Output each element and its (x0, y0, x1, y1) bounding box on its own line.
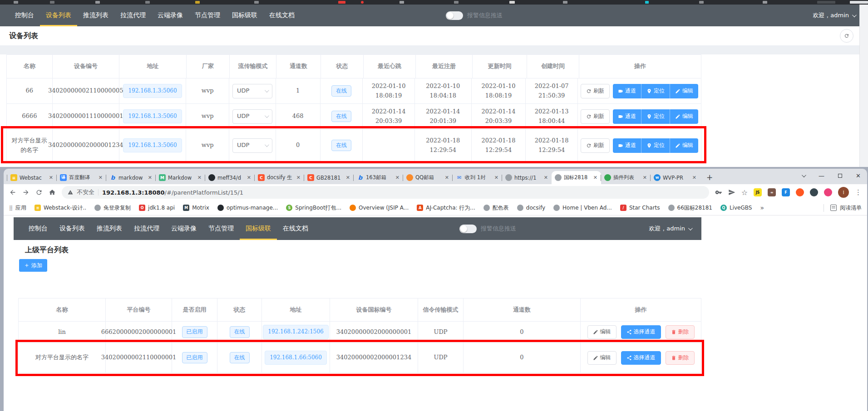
bookmark-aj-captcha[interactable]: AAJ-Captcha: 行为... (417, 204, 475, 212)
refresh-page-button[interactable] (840, 29, 853, 43)
tab-close-icon[interactable]: ✕ (345, 175, 350, 181)
delete-button[interactable]: 删除 (666, 325, 695, 339)
browser-menu-icon[interactable]: ⋮ (855, 188, 862, 196)
minimize-button[interactable]: — (819, 172, 824, 179)
nav-item-gb-cascade[interactable]: 国标级联 (226, 5, 263, 26)
extension-icon[interactable]: F (782, 188, 790, 196)
stream-mode-select[interactable]: UDP (232, 109, 272, 124)
alarm-push-toggle[interactable] (459, 225, 477, 233)
refresh-button[interactable]: 刷新 (581, 138, 610, 153)
bookmarks-overflow-chevron[interactable]: » (760, 204, 764, 211)
extension-js-icon[interactable]: JS (754, 188, 762, 196)
nav-item-console[interactable]: 控制台 (23, 217, 54, 240)
channel-button[interactable]: 通道 (613, 84, 641, 98)
edit-button[interactable]: 编辑 (670, 109, 698, 124)
select-channel-button[interactable]: 选择通道 (621, 325, 661, 339)
locate-button[interactable]: 定位 (641, 84, 670, 98)
tab-https[interactable]: https://1✕ (502, 171, 552, 184)
nav-item-cloud-record[interactable]: 云端录像 (152, 5, 189, 26)
tab-gb28181[interactable]: CGB28181✕ (304, 171, 354, 184)
tab-close-icon[interactable]: ✕ (197, 175, 202, 181)
nav-item-device-list[interactable]: 设备列表 (54, 217, 91, 240)
refresh-button[interactable]: 刷新 (581, 109, 610, 124)
nav-item-online-docs[interactable]: 在线文档 (263, 5, 301, 26)
edit-button[interactable]: 编辑 (587, 325, 616, 339)
delete-button[interactable]: 删除 (666, 351, 695, 365)
nav-item-cloud-record[interactable]: 云端录像 (165, 217, 202, 240)
bookmark-gb28181[interactable]: 66国标28181 (668, 204, 712, 212)
stream-mode-select[interactable]: UDP (232, 138, 272, 153)
address-link[interactable]: 192.168.1.242:1506 (263, 325, 328, 339)
tab-search-chevron-icon[interactable] (802, 173, 806, 177)
user-menu[interactable]: 欢迎，admin (649, 225, 691, 233)
tab-close-icon[interactable]: ✕ (444, 175, 449, 181)
edit-button[interactable]: 编辑 (587, 351, 616, 365)
nav-item-console[interactable]: 控制台 (9, 5, 40, 26)
nav-item-gb-cascade[interactable]: 国标级联 (240, 217, 277, 240)
tab-close-icon[interactable]: ✕ (692, 175, 697, 181)
locate-button[interactable]: 定位 (641, 109, 670, 124)
maximize-button[interactable] (838, 174, 842, 178)
reading-list-button[interactable]: 阅读清单 (824, 204, 862, 212)
tab-close-icon[interactable]: ✕ (296, 175, 301, 181)
bookmark-copy[interactable]: 免登录复制 (94, 204, 131, 212)
bookmark-jdk-api[interactable]: Ojdk1.8 api (139, 205, 175, 211)
tab-close-icon[interactable]: ✕ (247, 175, 252, 181)
tab-gb-cascade-active[interactable]: 国标2818✕ (552, 171, 601, 184)
tab-close-icon[interactable]: ✕ (494, 175, 499, 181)
edit-button[interactable]: 编辑 (670, 138, 698, 153)
address-link[interactable]: 192.168.1.3:5060 (123, 109, 182, 123)
tab-close-icon[interactable]: ✕ (49, 175, 54, 181)
tab-close-icon[interactable]: ✕ (395, 175, 400, 181)
tab-extensions[interactable]: 插件列表✕ (601, 171, 651, 184)
locate-button[interactable]: 定位 (641, 138, 670, 153)
extension-fire-icon[interactable] (796, 188, 804, 196)
scrollbar-track[interactable] (859, 5, 868, 167)
new-tab-button[interactable]: + (704, 171, 715, 183)
bookmark-optimus[interactable]: optimus-manage... (217, 205, 278, 211)
tab-markdown-bing[interactable]: bmarkdow✕ (106, 171, 156, 184)
edit-button[interactable]: 编辑 (670, 84, 698, 98)
passwords-key-icon[interactable] (715, 189, 722, 196)
bookmark-springboot[interactable]: SSpringBoot打包... (286, 204, 341, 212)
add-platform-button[interactable]: 添加 (19, 259, 47, 272)
back-button[interactable] (9, 189, 16, 196)
channel-button[interactable]: 通道 (613, 138, 641, 153)
tab-close-icon[interactable]: ✕ (98, 175, 103, 181)
nav-item-pull-proxy[interactable]: 拉流代理 (128, 217, 165, 240)
channel-button[interactable]: 通道 (613, 109, 641, 124)
tab-close-icon[interactable]: ✕ (543, 175, 548, 181)
tab-163-mail[interactable]: b163邮箱✕ (354, 171, 403, 184)
bookmark-docsify[interactable]: docsify (517, 205, 545, 211)
bookmark-star-charts[interactable]: /Star Charts (620, 205, 660, 211)
tab-close-icon[interactable]: ✕ (148, 175, 153, 181)
bookmark-colors[interactable]: 配色表 (483, 204, 509, 212)
url-bar[interactable]: 不安全 192.168.1.3:18080/#/parentPlatformLi… (62, 186, 709, 199)
tab-close-icon[interactable]: ✕ (642, 175, 647, 181)
address-link[interactable]: 192.168.1.3:5060 (123, 138, 182, 152)
extension-icon[interactable] (824, 188, 832, 196)
select-channel-button[interactable]: 选择通道 (621, 351, 661, 365)
tab-qq-mail[interactable]: QQ邮箱✕ (403, 171, 453, 184)
bookmark-livegbs[interactable]: QLiveGBS (720, 205, 752, 211)
bookmark-star-icon[interactable]: ☆ (741, 188, 748, 197)
reload-button[interactable] (35, 189, 43, 196)
tab-docsify[interactable]: Cdocsify 生✕ (255, 171, 304, 184)
nav-item-node-manage[interactable]: 节点管理 (189, 5, 226, 26)
profile-avatar[interactable]: I (838, 187, 849, 198)
tab-inbox[interactable]: ✉收到 1封✕ (453, 171, 502, 184)
tab-baidu-translate[interactable]: 译百度翻译✕ (57, 171, 106, 184)
nav-item-device-list[interactable]: 设备列表 (40, 5, 77, 26)
address-link[interactable]: 192.168.1.3:5060 (123, 84, 182, 98)
tab-close-icon[interactable]: ✕ (593, 175, 598, 181)
extension-icon[interactable] (810, 188, 818, 196)
bookmark-vben[interactable]: Home | Vben Ad... (553, 205, 612, 211)
stream-mode-select[interactable]: UDP (232, 84, 272, 98)
nav-item-pull-proxy[interactable]: 拉流代理 (114, 5, 152, 26)
bookmark-motrix[interactable]: MMotrix (183, 205, 209, 211)
forward-button[interactable] (22, 189, 30, 196)
home-button[interactable] (49, 189, 56, 196)
bookmark-apps[interactable]: ⣿应用 (9, 204, 26, 212)
tab-wvp[interactable]: WWVP-PR✕ (651, 171, 700, 184)
bookmark-jsip[interactable]: Overview (JSIP A... (350, 205, 409, 211)
